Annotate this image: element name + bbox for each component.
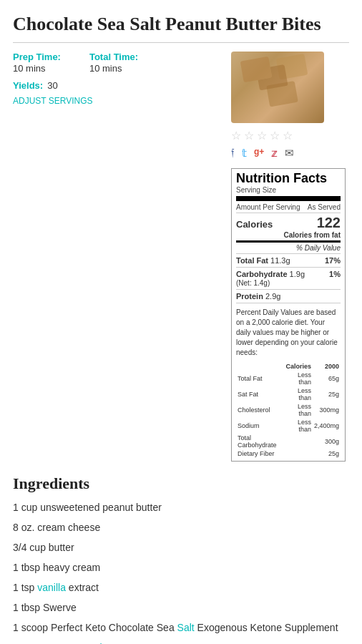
- star-1[interactable]: ☆: [231, 129, 241, 142]
- meta-col: Prep Time: 10 mins Total Time: 10 mins Y…: [13, 52, 220, 462]
- pinterest-icon[interactable]: 𝕫: [271, 147, 278, 160]
- amount-per-serving-label: Amount Per Serving: [236, 203, 300, 211]
- googleplus-icon[interactable]: g+: [254, 147, 264, 160]
- ingredient-5: 1 tsp vanilla extract: [13, 582, 349, 593]
- star-3[interactable]: ☆: [257, 129, 267, 142]
- meta-image-section: Prep Time: 10 mins Total Time: 10 mins Y…: [13, 52, 349, 462]
- protein-row: Protein 2.9g: [236, 291, 341, 301]
- sidebar-col: ☆ ☆ ☆ ☆ ☆ 𝔣 𝕥 g+ 𝕫 ✉ Nutrition Facts Ser…: [231, 52, 349, 462]
- dv-table-row: Total Carbohydrate300g: [236, 434, 341, 449]
- total-time-block: Total Time: 10 mins: [89, 52, 138, 74]
- email-icon[interactable]: ✉: [285, 147, 294, 160]
- calories-label: Calories: [236, 219, 273, 230]
- dv-col-name: [236, 362, 283, 371]
- salt-link-1[interactable]: Salt: [177, 622, 195, 633]
- calories-row: Calories 122: [236, 215, 341, 231]
- prep-value: 10 mins: [13, 63, 46, 74]
- thin-divider-5: [236, 303, 341, 303]
- percent-daily-text: Percent Daily Values are based on a 2,00…: [236, 308, 341, 358]
- yields-label: Yields:: [13, 80, 43, 91]
- dv-table: Calories 2000 Total FatLess than65gSat F…: [236, 362, 341, 458]
- facebook-icon[interactable]: 𝔣: [231, 147, 235, 160]
- vanilla-link[interactable]: vanilla: [37, 582, 66, 593]
- dv-col-2000: 2000: [313, 362, 341, 371]
- stars-row: ☆ ☆ ☆ ☆ ☆: [231, 129, 349, 142]
- star-2[interactable]: ☆: [244, 129, 254, 142]
- ingredient-4: 1 tbsp heavy cream: [13, 562, 349, 573]
- dv-table-row: Total FatLess than65g: [236, 371, 341, 386]
- title-divider: [13, 42, 349, 43]
- total-label: Total Time:: [89, 52, 138, 62]
- nutrition-med-divider: [236, 240, 341, 243]
- prep-label: Prep Time:: [13, 52, 61, 62]
- carb-label: Carbohydrate 1.9g (Net: 1.4g): [236, 270, 305, 287]
- carb-pct: 1%: [329, 270, 341, 287]
- ingredient-6: 1 tbsp Swerve: [13, 602, 349, 613]
- dv-table-row: Sat FatLess than25g: [236, 386, 341, 402]
- thin-divider-3: [236, 267, 341, 268]
- as-served-label: As Served: [308, 203, 341, 211]
- thin-divider-1: [236, 213, 341, 213]
- ingredient-3: 3/4 cup butter: [13, 542, 349, 553]
- nutrition-title: Nutrition Facts: [236, 172, 341, 186]
- dv-table-row: SodiumLess than2,400mg: [236, 418, 341, 434]
- thin-divider-2: [236, 253, 341, 254]
- dv-table-row: Dietary Fiber25g: [236, 449, 341, 458]
- calories-value: 122: [317, 215, 341, 231]
- total-value: 10 mins: [89, 63, 122, 74]
- ingredient-1: 1 cup unsweetened peanut butter: [13, 502, 349, 513]
- adjust-servings-link[interactable]: ADJUST SERVINGS: [13, 96, 93, 106]
- protein-label: Protein 2.9g: [236, 292, 280, 301]
- amount-per-serving-row: Amount Per Serving As Served: [236, 203, 341, 211]
- ingredients-title: Ingredients: [13, 474, 349, 493]
- dv-table-row: CholesterolLess than300mg: [236, 402, 341, 418]
- dv-col-calories: Calories: [283, 362, 313, 371]
- nutrition-facts-box: Nutrition Facts Serving Size Amount Per …: [231, 168, 346, 462]
- serving-size-label: Serving Size: [236, 186, 341, 194]
- main-content: Ingredients 1 cup unsweetened peanut but…: [13, 474, 349, 644]
- total-fat-row: Total Fat 11.3g 17%: [236, 255, 341, 265]
- ingredient-7: 1 scoop Perfect Keto Chocolate Sea Salt …: [13, 622, 349, 633]
- star-5[interactable]: ☆: [283, 129, 293, 142]
- prep-time-block: Prep Time: 10 mins: [13, 52, 61, 74]
- calories-from-fat-label: Calories from fat: [236, 231, 341, 239]
- social-row: 𝔣 𝕥 g+ 𝕫 ✉: [231, 147, 349, 160]
- total-fat-pct: 17%: [325, 256, 341, 265]
- page-title: Chocolate Sea Salt Peanut Butter Bites: [13, 13, 349, 35]
- yields-value: 30: [47, 80, 57, 91]
- twitter-icon[interactable]: 𝕥: [242, 147, 247, 160]
- thin-divider-4: [236, 289, 341, 290]
- carb-row: Carbohydrate 1.9g (Net: 1.4g) 1%: [236, 269, 341, 288]
- star-4[interactable]: ☆: [270, 129, 280, 142]
- dv-header: % Daily Value: [236, 244, 341, 252]
- total-fat-label: Total Fat 11.3g: [236, 256, 290, 265]
- ingredient-2: 8 oz. cream cheese: [13, 522, 349, 533]
- recipe-image: [231, 52, 324, 123]
- nutrition-thick-divider: [236, 196, 341, 201]
